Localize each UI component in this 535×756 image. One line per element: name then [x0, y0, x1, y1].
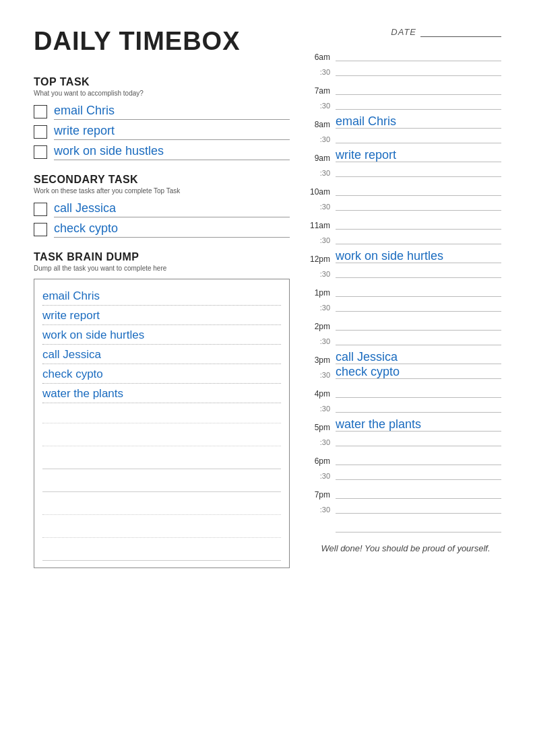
time-content-7pm-30: [336, 502, 501, 514]
time-slot-11am: 11am: [310, 215, 501, 230]
time-content-8am: email Chris: [336, 115, 501, 129]
time-content-4-30: [336, 401, 501, 413]
time-slot-12pm: 12pm work on side hurtles: [310, 248, 501, 263]
dump-empty-4: [42, 518, 281, 538]
brain-dump-title: TASK BRAIN DUMP: [34, 251, 290, 263]
time-label-10-30: :30: [310, 203, 336, 211]
secondary-task-section: SECONDARY TASK Work on these tasks after…: [34, 174, 290, 238]
time-task-8am: email Chris: [336, 115, 396, 127]
time-label-1-30: :30: [310, 304, 336, 312]
time-content-9am: write report: [336, 149, 501, 162]
top-task-subtitle: What you want to accomplish today?: [34, 90, 290, 97]
checkbox-3[interactable]: [34, 145, 47, 159]
dump-empty-1: [42, 403, 281, 423]
date-label: DATE: [391, 27, 416, 37]
checkbox-5[interactable]: [34, 223, 47, 236]
time-content-3pm: call Jessica: [336, 351, 501, 364]
time-content-12-30: [336, 266, 501, 278]
top-task-item-1: email Chris: [34, 104, 290, 120]
top-task-label-2: write report: [54, 124, 290, 140]
time-task-3pm: call Jessica: [336, 351, 398, 363]
time-label-11am: 11am: [310, 221, 336, 230]
time-label-4-30: :30: [310, 405, 336, 413]
time-label-4pm: 4pm: [310, 390, 336, 398]
dump-line-2: [42, 472, 281, 492]
time-slot-3pm: 3pm call Jessica: [310, 349, 501, 364]
dump-line-1: [42, 449, 281, 469]
dump-item-3: work on side hurtles: [42, 325, 281, 345]
time-slot-1pm: 1pm: [310, 282, 501, 297]
dump-item-6: water the plants: [42, 384, 281, 403]
time-slot-9-30: :30: [310, 162, 501, 177]
time-label-6-30: :30: [310, 69, 336, 76]
time-content-6pm-30: [336, 468, 501, 480]
time-task-9am: write report: [336, 149, 396, 161]
time-content-11am: [336, 217, 501, 230]
secondary-task-item-2: check cypto: [34, 221, 290, 238]
brain-dump-box: email Chris write report work on side hu…: [34, 279, 290, 568]
time-label-6pm: 6pm: [310, 457, 336, 465]
time-label-9am: 9am: [310, 154, 336, 162]
top-task-title: TOP TASK: [34, 76, 290, 88]
time-slot-10am: 10am: [310, 181, 501, 196]
top-task-label-1: email Chris: [54, 104, 290, 120]
date-input-line[interactable]: [420, 28, 501, 37]
time-content-2-30: [336, 333, 501, 345]
time-content-6pm: [336, 453, 501, 465]
time-content-6-30: [336, 64, 501, 76]
time-label-1pm: 1pm: [310, 289, 336, 297]
time-slot-7pm-30: :30: [310, 499, 501, 514]
time-task-5pm: water the plants: [336, 418, 421, 430]
time-content-1-30: [336, 300, 501, 312]
dump-item-5: check cypto: [42, 364, 281, 384]
dump-item-2: write report: [42, 306, 281, 325]
checkbox-1[interactable]: [34, 105, 47, 118]
time-slot-1-30: :30: [310, 297, 501, 312]
time-label-2pm: 2pm: [310, 322, 336, 331]
time-label-5-30: :30: [310, 439, 336, 446]
time-content-3-30: check cypto: [336, 366, 501, 379]
top-task-label-3: work on side hustles: [54, 144, 290, 160]
dump-empty-3: [42, 495, 281, 515]
time-slot-7pm: 7pm: [310, 484, 501, 499]
secondary-task-item-1: call Jessica: [34, 201, 290, 217]
time-slot-2pm: 2pm: [310, 316, 501, 331]
time-label-8am: 8am: [310, 121, 336, 129]
time-label-3pm: 3pm: [310, 356, 336, 364]
time-slot-4pm: 4pm: [310, 383, 501, 398]
time-slot-end: [310, 518, 501, 532]
page-container: DAILY TIMEBOX TOP TASK What you want to …: [34, 27, 501, 568]
time-content-end: [336, 520, 501, 532]
brain-dump-subtitle: Dump all the task you want to complete h…: [34, 265, 290, 272]
time-content-6am: [336, 49, 501, 61]
time-content-10am: [336, 184, 501, 196]
time-label-12-30: :30: [310, 271, 336, 278]
checkbox-4[interactable]: [34, 203, 47, 216]
time-slot-6-30: :30: [310, 61, 501, 76]
time-label-7am: 7am: [310, 87, 336, 95]
secondary-task-title: SECONDARY TASK: [34, 174, 290, 186]
time-slot-8-30: :30: [310, 129, 501, 143]
footer-text: Well done! You should be proud of yourse…: [310, 543, 501, 553]
secondary-task-label-1: call Jessica: [54, 201, 290, 217]
time-task-12pm: work on side hurtles: [336, 250, 443, 262]
time-label-5pm: 5pm: [310, 423, 336, 432]
time-content-7am: [336, 83, 501, 95]
time-slot-4-30: :30: [310, 398, 501, 413]
time-slot-10-30: :30: [310, 196, 501, 211]
time-label-8-30: :30: [310, 136, 336, 143]
time-label-2-30: :30: [310, 338, 336, 345]
time-label-7pm-30: :30: [310, 506, 336, 514]
time-slot-6pm-30: :30: [310, 465, 501, 480]
time-label-7-30: :30: [310, 102, 336, 110]
brain-dump-section: TASK BRAIN DUMP Dump all the task you wa…: [34, 251, 290, 568]
time-content-8-30: [336, 131, 501, 143]
time-label-3-30: :30: [310, 372, 336, 379]
page-title: DAILY TIMEBOX: [34, 27, 290, 56]
time-content-11-30: [336, 232, 501, 244]
time-content-4pm: [336, 386, 501, 398]
time-label-11-30: :30: [310, 237, 336, 244]
time-slot-11-30: :30: [310, 230, 501, 244]
time-label-12pm: 12pm: [310, 255, 336, 263]
checkbox-2[interactable]: [34, 125, 47, 139]
